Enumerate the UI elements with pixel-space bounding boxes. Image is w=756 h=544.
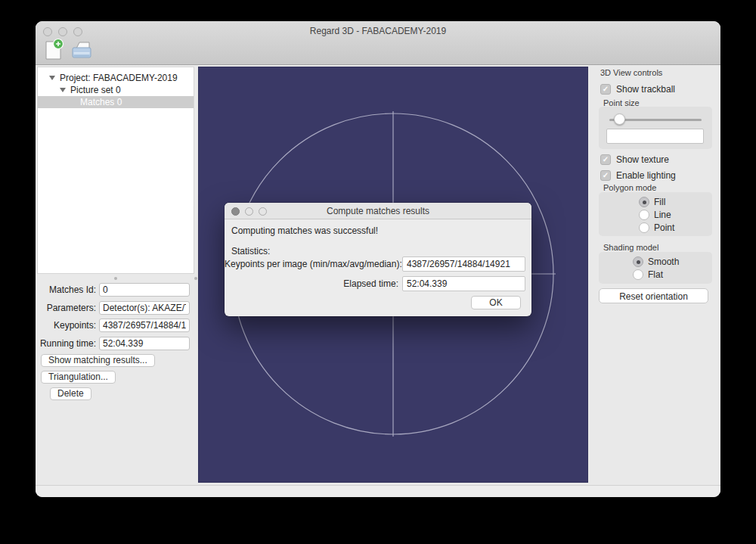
splitter-grip-icon xyxy=(114,277,117,280)
polygon-mode-label: Polygon mode xyxy=(603,183,656,192)
open-folder-icon xyxy=(70,38,93,61)
point-size-group xyxy=(599,107,712,149)
checkbox-checked-icon[interactable]: ✓ xyxy=(600,84,611,95)
elapsed-time-label: Elapsed time: xyxy=(225,276,398,291)
new-project-button[interactable] xyxy=(42,37,65,61)
radio-unselected-icon[interactable] xyxy=(633,269,643,280)
tree-item-project[interactable]: Project: FABACADEMY-2019 xyxy=(38,72,194,84)
tree-item-picture-set[interactable]: Picture set 0 xyxy=(38,84,194,96)
keypoints-per-image-field[interactable] xyxy=(402,256,525,272)
view-controls-panel: 3D View controls ✓ Show trackball Point … xyxy=(594,67,717,483)
checkbox-checked-icon[interactable]: ✓ xyxy=(600,154,611,165)
dialog-title: Compute matches results xyxy=(225,203,531,219)
keypoints-field[interactable] xyxy=(99,319,190,332)
enable-lighting-label: Enable lighting xyxy=(616,170,676,181)
show-matching-results-button[interactable]: Show matching results... xyxy=(41,354,155,367)
view-controls-header: 3D View controls xyxy=(600,68,662,77)
radio-point[interactable]: Point xyxy=(639,222,674,233)
triangulation-button[interactable]: Triangulation... xyxy=(41,371,116,384)
shading-model-label: Shading model xyxy=(603,243,658,252)
parameters-label: Parameters: xyxy=(36,301,96,315)
dialog-message: Computing matches was successful! xyxy=(231,225,378,236)
show-texture-label: Show texture xyxy=(616,154,669,165)
dialog-body: Computing matches was successful! Statis… xyxy=(225,219,531,316)
radio-unselected-icon[interactable] xyxy=(639,210,649,220)
open-project-button[interactable] xyxy=(70,37,93,61)
window-title: Regard 3D - FABACADEMY-2019 xyxy=(36,21,720,41)
horizontal-splitter[interactable] xyxy=(36,275,197,281)
radio-line[interactable]: Line xyxy=(639,209,671,220)
project-tree: Project: FABACADEMY-2019 Picture set 0 M… xyxy=(37,67,194,274)
radio-smooth-label: Smooth xyxy=(648,256,679,267)
running-time-label: Running time: xyxy=(36,337,96,350)
radio-unselected-icon[interactable] xyxy=(639,222,649,233)
shading-model-group: Smooth Flat xyxy=(599,252,712,284)
show-texture-row[interactable]: ✓ Show texture xyxy=(600,154,669,165)
parameters-field[interactable] xyxy=(99,301,190,315)
matches-detail-form: Matches Id: Parameters: Keypoints: Runni… xyxy=(36,283,197,483)
enable-lighting-row[interactable]: ✓ Enable lighting xyxy=(600,169,676,181)
radio-smooth[interactable]: Smooth xyxy=(633,256,679,267)
dialog-titlebar[interactable]: Compute matches results xyxy=(225,203,531,219)
running-time-field[interactable] xyxy=(99,337,190,350)
keypoints-per-image-label: Keypoints per image (min/max/avg/median)… xyxy=(225,256,398,272)
status-bar xyxy=(36,485,720,497)
screen-background: Regard 3D - FABACADEMY-2019 xyxy=(0,0,756,544)
point-size-field[interactable] xyxy=(606,129,704,144)
compute-matches-results-dialog: Compute matches results Computing matche… xyxy=(225,203,531,316)
show-trackball-label: Show trackball xyxy=(616,84,675,95)
delete-button[interactable]: Delete xyxy=(50,387,91,400)
statistics-label: Statistics: xyxy=(231,246,270,256)
tree-item-label: Project: FABACADEMY-2019 xyxy=(60,73,178,83)
disclosure-triangle-icon[interactable] xyxy=(60,88,66,92)
radio-flat-label: Flat xyxy=(648,269,663,280)
splitter-grip-icon xyxy=(194,277,197,280)
keypoints-label: Keypoints: xyxy=(36,319,96,332)
window-chrome: Regard 3D - FABACADEMY-2019 xyxy=(36,21,720,65)
show-trackball-row[interactable]: ✓ Show trackball xyxy=(600,83,675,95)
disclosure-triangle-icon[interactable] xyxy=(49,76,55,80)
checkbox-checked-icon[interactable]: ✓ xyxy=(600,170,611,181)
radio-selected-icon[interactable] xyxy=(633,256,643,267)
radio-flat[interactable]: Flat xyxy=(633,269,663,280)
radio-selected-icon[interactable] xyxy=(639,197,649,207)
ok-button[interactable]: OK xyxy=(471,296,521,309)
tree-item-matches[interactable]: Matches 0 xyxy=(38,96,194,108)
matches-id-label: Matches Id: xyxy=(36,283,96,297)
slider-thumb[interactable] xyxy=(614,113,625,125)
toolbar xyxy=(42,37,93,61)
radio-fill-label: Fill xyxy=(654,197,665,207)
radio-point-label: Point xyxy=(654,222,674,233)
reset-orientation-button[interactable]: Reset orientation xyxy=(599,288,708,303)
polygon-mode-group: Fill Line Point xyxy=(599,192,712,236)
elapsed-time-field[interactable] xyxy=(402,276,525,291)
left-panel: Project: FABACADEMY-2019 Picture set 0 M… xyxy=(36,66,197,483)
radio-line-label: Line xyxy=(654,210,671,220)
new-file-plus-icon xyxy=(43,38,64,61)
matches-id-field[interactable] xyxy=(99,283,190,297)
tree-item-label: Matches 0 xyxy=(80,97,122,107)
tree-item-label: Picture set 0 xyxy=(70,85,121,95)
radio-fill[interactable]: Fill xyxy=(639,196,665,207)
